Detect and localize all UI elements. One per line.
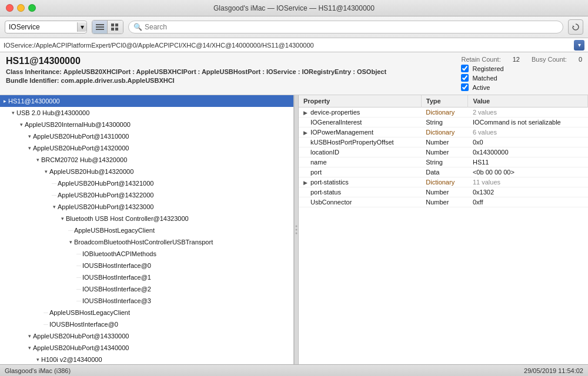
tree-item[interactable]: —IOUSBHostInterface@3 [0,295,293,307]
tree-item[interactable]: ▾AppleUSB20InternalHub@14300000 [0,119,293,130]
retain-count-value: 12 [513,56,520,63]
property-row[interactable]: ▶port-statisticsDictionary11 values [299,177,588,187]
bundle-value: com.apple.driver.usb.AppleUSBXHCI [61,77,175,84]
property-key: UsbConnector [299,197,421,207]
tree-item-label: IOBluetoothACPIMethods [82,249,156,258]
tree-arrow-icon: — [42,308,49,317]
property-row[interactable]: portData<0b 00 00 00> [299,167,588,177]
col-type: Type [421,95,468,108]
svg-rect-2 [96,29,104,30]
tree-item-label: AppleUSB20HubPort@14322000 [58,190,153,200]
matched-checkbox[interactable] [461,74,469,82]
tree-arrow-icon: ▾ [26,343,33,352]
node-title: HS11@14300000 [6,56,449,66]
tree-item[interactable]: ▾AppleUSB20HubPort@14323000 [0,201,293,213]
view-grid-button[interactable] [108,21,123,33]
refresh-icon [572,23,580,31]
panel-divider[interactable] [294,95,299,364]
property-key-label: locationID [310,149,339,156]
count-row: Retain Count: 12 Busy Count: 0 [461,56,582,63]
tree-item[interactable]: —IOUSBHostInterface@0 [0,260,293,271]
property-row[interactable]: ▶device-propertiesDictionary2 values [299,108,588,118]
property-type: Data [421,167,468,177]
titlebar: Glasgood's iMac — IOService — HS11@14300… [0,0,588,16]
path-dropdown-button[interactable]: ▾ [574,40,584,51]
property-expand-icon[interactable]: ▶ [303,180,310,186]
tree-item[interactable]: ▸HS11@14300000 [0,95,293,107]
busy-count-label: Busy Count: [532,56,567,63]
property-value: 0x0 [468,137,588,147]
tree-arrow-icon: — [75,296,82,306]
property-key: ▶port-statistics [299,177,421,187]
tree-panel[interactable]: ▸HS11@14300000▾USB 2.0 Hub@14300000▾Appl… [0,95,294,364]
property-row[interactable]: UsbConnectorNumber0xff [299,197,588,207]
tree-arrow-icon: — [75,249,82,258]
svg-rect-0 [96,24,104,25]
property-row[interactable]: port-statusNumber0x1302 [299,187,588,197]
tree-item-label: IOUSBHostInterface@0 [49,320,118,329]
busy-count-value: 0 [579,56,582,63]
tree-item-label: AppleUSB20HubPort@14330000 [33,331,129,341]
tree-item-label: AppleUSB20InternalHub@14300000 [25,120,131,129]
property-type: Dictionary [421,127,468,137]
view-list-button[interactable] [92,21,108,33]
tree-item[interactable]: ▾AppleUSB20HubPort@14320000 [0,142,293,154]
property-expand-icon[interactable]: ▶ [303,110,310,116]
property-type: String [421,118,468,127]
maximize-button[interactable] [28,4,36,12]
properties-table: Property Type Value ▶device-propertiesDi… [299,95,588,207]
tree-item[interactable]: —IOBluetoothACPIMethods [0,248,293,260]
search-input[interactable] [145,23,558,31]
tree-item[interactable]: ▾AppleUSB20HubPort@14340000 [0,342,293,354]
status-bar: Glasgood's iMac (i386) 29/05/2019 11:54:… [0,364,588,376]
property-row[interactable]: IOGeneralInterestStringIOCommand is not … [299,118,588,127]
tree-item-label: AppleUSB20HubPort@14321000 [58,179,153,188]
minimize-button[interactable] [17,4,25,12]
class-value: AppleUSB20XHCIPort : AppleUSBXHCIPort : … [64,68,386,75]
tree-item[interactable]: —IOUSBHostInterface@2 [0,283,293,295]
matched-label: Matched [472,75,497,82]
tree-arrow-icon: ▾ [26,331,33,341]
tree-item-label: AppleUSBHostLegacyClient [74,226,155,235]
search-box[interactable]: 🔍 [128,21,563,33]
properties-panel[interactable]: Property Type Value ▶device-propertiesDi… [299,95,588,364]
property-row[interactable]: kUSBHostPortPropertyOffsetNumber0x0 [299,137,588,147]
tree-item[interactable]: —AppleUSBHostLegacyClient [0,224,293,236]
datetime: 29/05/2019 11:54:02 [524,367,583,374]
window-controls[interactable] [6,4,36,12]
selector-dropdown-arrow[interactable]: ▾ [77,22,86,32]
svg-marker-7 [573,25,574,27]
registered-checkbox[interactable] [461,65,469,72]
tree-item[interactable]: ▾BroadcomBluetoothHostControllerUSBTrans… [0,236,293,248]
path-text: IOService:/AppleACPIPlatformExpert/PCI0@… [4,42,574,49]
tree-item[interactable]: —AppleUSB20HubPort@14321000 [0,177,293,189]
property-row[interactable]: locationIDNumber0x14300000 [299,147,588,157]
service-selector[interactable]: IOService ▾ [5,21,87,33]
tree-item[interactable]: ▾Bluetooth USB Host Controller@14323000 [0,213,293,224]
tree-item[interactable]: ▾H100i v2@14340000 [0,354,293,364]
tree-item[interactable]: —AppleUSBHostLegacyClient [0,307,293,318]
tree-item[interactable]: —IOUSBHostInterface@1 [0,271,293,283]
registered-row: Registered [461,65,582,72]
property-type: Dictionary [421,177,468,187]
tree-item-label: AppleUSB20HubPort@14340000 [33,343,129,352]
tree-item[interactable]: —AppleUSB20HubPort@14322000 [0,189,293,201]
refresh-button[interactable] [568,19,583,35]
tree-item[interactable]: ▾USB 2.0 Hub@14300000 [0,107,293,119]
active-row: Active [461,83,582,91]
tree-item[interactable]: ▾AppleUSB20HubPort@14310000 [0,130,293,142]
active-label: Active [472,84,490,91]
property-row[interactable]: ▶IOPowerManagementDictionary6 values [299,127,588,137]
tree-item[interactable]: ▾AppleUSB20HubPort@14330000 [0,330,293,342]
active-checkbox[interactable] [461,83,469,91]
property-row[interactable]: nameStringHS11 [299,157,588,167]
property-expand-icon[interactable]: ▶ [303,130,310,136]
close-button[interactable] [6,4,14,12]
divider-icon [295,224,298,236]
tree-item[interactable]: ▾BRCM20702 Hub@14320000 [0,154,293,166]
property-value: IOCommand is not serializable [468,118,588,127]
tree-item[interactable]: —IOUSBHostInterface@0 [0,318,293,330]
tree-item[interactable]: ▾AppleUSB20Hub@14320000 [0,166,293,177]
svg-point-10 [296,233,298,234]
tree-arrow-icon: ▾ [59,214,66,223]
